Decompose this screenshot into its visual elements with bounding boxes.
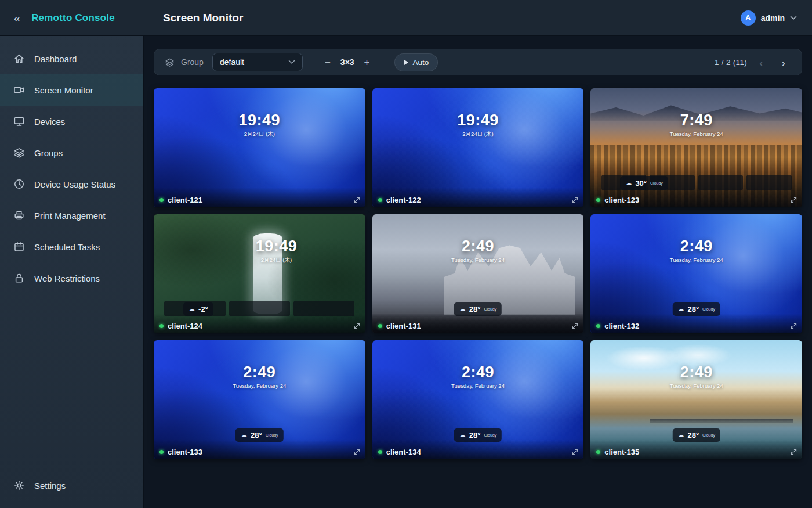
prev-page-button[interactable]: ‹ <box>753 55 769 70</box>
sidebar-item-web-restrictions[interactable]: Web Restrictions <box>0 262 143 294</box>
tile-footer: client-123 <box>590 188 802 207</box>
client-name: client-133 <box>168 448 202 456</box>
expand-icon[interactable] <box>791 323 797 329</box>
lockscreen-clock: 2:49Tuesday, February 24 <box>590 364 802 389</box>
tile-footer: client-135 <box>590 439 802 459</box>
screen-tile-client-122[interactable]: 19:492月24日 (木)client-122 <box>372 88 584 207</box>
sidebar-item-devices[interactable]: Devices <box>0 106 143 137</box>
screen-tile-client-132[interactable]: 2:49Tuesday, February 24☁28°Cloudyclient… <box>590 214 802 333</box>
grid-size-label: 3×3 <box>338 57 357 67</box>
client-name: client-123 <box>604 196 639 204</box>
sidebar-item-print-management[interactable]: Print Management <box>0 200 143 231</box>
lockscreen-clock: 2:49Tuesday, February 24 <box>372 238 584 263</box>
cloud-icon: ☁ <box>241 432 247 438</box>
screen-grid: 19:492月24日 (木)client-12119:492月24日 (木)cl… <box>154 88 802 459</box>
weather-desc: Cloudy <box>650 181 663 186</box>
expand-icon[interactable] <box>354 449 360 455</box>
screen-tile-client-135[interactable]: 2:49Tuesday, February 24☁28°Cloudyclient… <box>590 340 802 459</box>
sidebar-nav: DashboardScreen MonitorDevicesGroupsDevi… <box>0 43 143 294</box>
screen-tile-client-121[interactable]: 19:492月24日 (木)client-121 <box>154 88 365 207</box>
expand-icon[interactable] <box>572 323 578 329</box>
expand-icon[interactable] <box>572 197 578 203</box>
sidebar-item-scheduled-tasks[interactable]: Scheduled Tasks <box>0 231 143 262</box>
grid-decrease-button[interactable]: − <box>320 55 336 70</box>
weather-temp: 28° <box>469 431 481 439</box>
calendar-icon <box>13 241 25 253</box>
group-label: Group <box>181 57 204 67</box>
sidebar-item-label: Screen Monitor <box>34 85 93 95</box>
status-online-dot <box>160 450 164 454</box>
sidebar-item-label: Settings <box>34 481 66 491</box>
clock-time: 2:49 <box>372 238 584 255</box>
expand-icon[interactable] <box>791 449 797 455</box>
weather-temp: 28° <box>251 431 262 439</box>
expand-icon[interactable] <box>354 197 360 203</box>
lockscreen-clock: 19:492月24日 (木) <box>372 112 584 138</box>
sidebar-item-dashboard[interactable]: Dashboard <box>0 43 143 74</box>
pagination-label: 1 / 2 (11) <box>715 58 747 67</box>
sidebar-item-label: Devices <box>34 117 65 127</box>
clock-time: 2:49 <box>372 364 584 381</box>
clock-date: Tuesday, February 24 <box>590 383 802 389</box>
sidebar-collapse-button[interactable]: « <box>12 11 23 25</box>
client-name: client-134 <box>386 448 421 456</box>
clock-time: 19:49 <box>372 112 584 129</box>
cloud-icon: ☁ <box>459 306 466 312</box>
group-select-value: default <box>220 57 244 67</box>
sidebar-item-label: Print Management <box>34 211 106 221</box>
sidebar-item-label: Web Restrictions <box>34 273 100 283</box>
tile-footer: client-122 <box>372 188 584 207</box>
cloud-icon: ☁ <box>459 432 466 438</box>
expand-icon[interactable] <box>572 449 578 455</box>
sidebar-item-groups[interactable]: Groups <box>0 137 143 168</box>
weather-desc: Cloudy <box>484 433 496 438</box>
tile-footer: client-134 <box>372 439 584 459</box>
expand-icon[interactable] <box>791 197 797 203</box>
client-name: client-122 <box>386 196 421 204</box>
clock-date: 2月24日 (木) <box>372 131 584 138</box>
screen-tile-client-124[interactable]: 19:492月24日 (木)☁-2°client-124 <box>154 214 365 333</box>
clock-date: Tuesday, February 24 <box>372 383 584 389</box>
page-title: Screen Monitor <box>163 12 243 24</box>
main-content: Group default − 3×3 + Auto 1 / 2 (11) ‹ <box>144 36 812 508</box>
auto-button[interactable]: Auto <box>394 53 438 71</box>
cloud-icon: ☁ <box>188 306 195 312</box>
clock-time: 2:49 <box>154 364 365 381</box>
screen-tile-client-134[interactable]: 2:49Tuesday, February 24☁28°Cloudyclient… <box>372 340 584 459</box>
grid-increase-button[interactable]: + <box>359 55 375 70</box>
sidebar-item-screen-monitor[interactable]: Screen Monitor <box>0 74 143 106</box>
user-menu[interactable]: A admin <box>741 10 797 26</box>
sidebar: DashboardScreen MonitorDevicesGroupsDevi… <box>0 36 144 508</box>
client-name: client-124 <box>168 322 202 330</box>
screen-tile-client-131[interactable]: 2:49Tuesday, February 24☁28°Cloudyclient… <box>372 214 584 333</box>
weather-desc: Cloudy <box>702 433 715 438</box>
clock-date: Tuesday, February 24 <box>590 257 802 263</box>
clock-time: 2:49 <box>590 238 802 255</box>
client-name: client-132 <box>604 322 639 330</box>
sidebar-item-device-usage-status[interactable]: Device Usage Status <box>0 168 143 200</box>
auto-button-label: Auto <box>413 58 429 67</box>
sidebar-item-settings[interactable]: Settings <box>0 470 143 501</box>
grid-size-control: − 3×3 + <box>320 55 375 70</box>
monitor-toolbar: Group default − 3×3 + Auto 1 / 2 (11) ‹ <box>154 49 802 75</box>
lockscreen-clock: 2:49Tuesday, February 24 <box>154 364 365 389</box>
next-page-button[interactable]: › <box>775 55 791 70</box>
cloud-icon: ☁ <box>677 306 684 312</box>
monitor-icon <box>13 116 25 127</box>
screen-tile-client-123[interactable]: 7:49Tuesday, February 24☁30°Cloudyclient… <box>590 88 802 207</box>
screen-tile-client-133[interactable]: 2:49Tuesday, February 24☁28°Cloudyclient… <box>154 340 365 459</box>
group-select[interactable]: default <box>212 53 303 71</box>
gear-icon <box>13 480 25 491</box>
client-name: client-121 <box>168 196 202 204</box>
status-online-dot <box>378 324 382 328</box>
tile-footer: client-131 <box>372 314 584 333</box>
cloud-icon: ☁ <box>677 432 684 438</box>
user-name: admin <box>761 13 785 23</box>
printer-icon <box>13 210 25 221</box>
avatar: A <box>741 10 756 26</box>
weather-temp: 28° <box>469 305 481 314</box>
expand-icon[interactable] <box>354 323 360 329</box>
group-icon <box>165 57 175 67</box>
client-name: client-131 <box>386 322 421 330</box>
clock-date: Tuesday, February 24 <box>154 383 365 389</box>
